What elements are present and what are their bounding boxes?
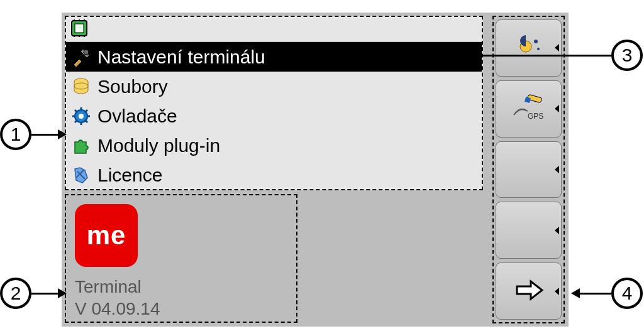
blank-button-2[interactable] (496, 202, 562, 259)
chip-icon (69, 18, 90, 41)
license-icon (70, 164, 92, 187)
callout-1: 1 (0, 119, 67, 150)
gps-icon: GPS (510, 94, 548, 124)
menu-item-label: Licence (97, 165, 162, 186)
arrow-right-icon (512, 278, 546, 305)
svg-rect-1 (75, 24, 84, 33)
gear-icon (70, 105, 92, 127)
blank-button-1[interactable] (496, 141, 562, 198)
menu-item-label: Soubory (97, 76, 168, 97)
product-name: Terminal (75, 276, 287, 298)
next-button[interactable] (496, 263, 562, 320)
callout-4: 4 (571, 278, 643, 309)
database-icon (70, 75, 92, 98)
callout-number: 4 (611, 278, 643, 309)
menu-panel: Nastavení terminálu Soubory (65, 16, 483, 190)
tools-icon (70, 46, 92, 68)
menu-item-label: Moduly plug-in (97, 135, 220, 156)
svg-point-8 (84, 50, 89, 55)
menu-item-files[interactable]: Soubory (66, 72, 482, 101)
header-row (66, 17, 482, 42)
menu-item-licenses[interactable]: Licence (66, 160, 482, 190)
gps-button[interactable]: GPS (496, 80, 562, 138)
svg-line-19 (85, 110, 87, 112)
menu-item-plugins[interactable]: Moduly plug-in (66, 131, 482, 160)
callout-3: 3 (445, 40, 643, 71)
callout-number: 2 (0, 278, 31, 309)
svg-text:GPS: GPS (528, 112, 543, 121)
menu-item-label: Ovladače (97, 106, 177, 127)
menu-item-terminal-settings[interactable]: Nastavení terminálu (66, 42, 482, 72)
svg-point-12 (79, 114, 84, 119)
logo-text: me (87, 219, 126, 252)
puzzle-icon (70, 134, 92, 157)
logo-me: me (75, 204, 138, 267)
svg-line-17 (75, 110, 77, 112)
version-text: V 04.09.14 (75, 298, 287, 320)
notch-icon (555, 105, 559, 112)
menu-item-drivers[interactable]: Ovladače (66, 101, 482, 131)
menu-item-label: Nastavení terminálu (97, 46, 265, 68)
callout-2: 2 (0, 278, 67, 309)
notch-icon (555, 227, 559, 234)
info-panel: me Terminal V 04.09.14 (65, 194, 297, 323)
callout-number: 1 (0, 119, 31, 150)
notch-icon (555, 166, 559, 173)
notch-icon (555, 288, 559, 295)
callout-number: 3 (611, 40, 643, 71)
svg-line-20 (75, 120, 77, 122)
svg-line-18 (85, 120, 87, 122)
